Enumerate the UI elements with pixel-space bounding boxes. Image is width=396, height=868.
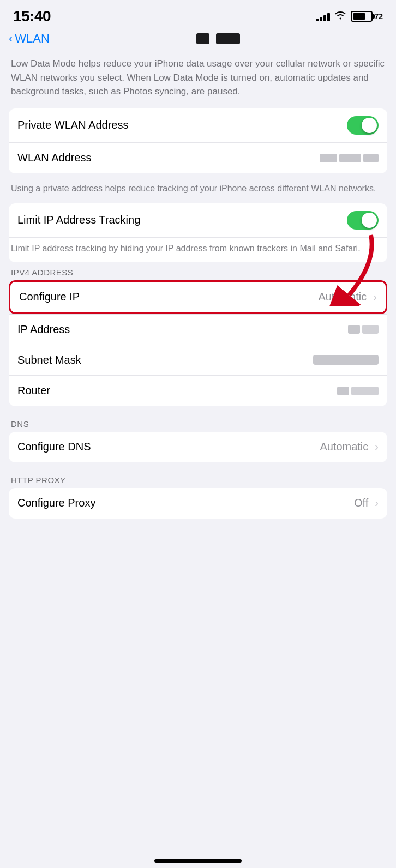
content-area: Low Data Mode helps reduce your iPhone d… (0, 51, 396, 519)
configure-proxy-value: Off (354, 497, 368, 509)
status-icons: 72 (316, 10, 383, 22)
nav-bar: ‹ WLAN (0, 29, 396, 51)
home-indicator (154, 859, 242, 863)
ip-address-label: IP Address (17, 323, 70, 336)
back-label: WLAN (15, 32, 50, 46)
subnet-mask-row: Subnet Mask (9, 345, 387, 376)
configure-dns-value: Automatic (320, 441, 368, 453)
subnet-mask-value (313, 355, 379, 365)
signal-bars-icon (316, 11, 330, 21)
configure-proxy-right: Off › (354, 497, 379, 509)
dns-section: DNS Configure DNS Automatic › (9, 419, 387, 462)
limit-ip-toggle[interactable] (347, 211, 379, 230)
limit-ip-label: Limit IP Address Tracking (17, 214, 140, 226)
back-chevron-icon: ‹ (9, 32, 13, 46)
limit-ip-toggle-knob (362, 213, 377, 228)
subnet-mask-label: Subnet Mask (17, 354, 81, 366)
wlan-address-label: WLAN Address (17, 152, 92, 164)
low-data-description: Low Data Mode helps reduce your iPhone d… (9, 51, 387, 108)
configure-dns-chevron-icon: › (375, 441, 379, 453)
private-wlan-toggle[interactable] (347, 116, 379, 135)
http-proxy-section-header: HTTP PROXY (9, 475, 387, 488)
router-value (337, 387, 379, 395)
ip-address-row: IP Address (9, 315, 387, 345)
configure-dns-label: Configure DNS (17, 441, 91, 453)
configure-proxy-label: Configure Proxy (17, 497, 95, 509)
router-label: Router (17, 384, 50, 397)
configure-proxy-row[interactable]: Configure Proxy Off › (9, 488, 387, 519)
configure-proxy-chevron-icon: › (375, 497, 379, 509)
configure-proxy-card: Configure Proxy Off › (9, 488, 387, 519)
dns-section-header: DNS (9, 419, 387, 432)
configure-dns-row[interactable]: Configure DNS Automatic › (9, 432, 387, 462)
status-time: 15:40 (13, 8, 51, 25)
toggle-knob (362, 118, 377, 133)
ipv4-details-card: IP Address Subnet Mask Router (9, 314, 387, 406)
configure-dns-card: Configure DNS Automatic › (9, 432, 387, 462)
back-button[interactable]: ‹ WLAN (9, 32, 50, 46)
configure-ip-label: Configure IP (19, 291, 80, 303)
private-wlan-card: Private WLAN Address WLAN Address (9, 108, 387, 173)
private-address-helper: Using a private address helps reduce tra… (9, 178, 387, 203)
wifi-icon (334, 10, 346, 22)
battery-level: 72 (374, 12, 383, 21)
private-wlan-label: Private WLAN Address (17, 119, 128, 131)
battery-icon: 72 (351, 11, 383, 22)
router-row: Router (9, 376, 387, 406)
nav-rect-1 (196, 33, 209, 44)
wlan-address-value (320, 154, 379, 162)
nav-center (50, 33, 387, 44)
status-bar: 15:40 72 (0, 0, 396, 29)
http-proxy-section: HTTP PROXY Configure Proxy Off › (9, 475, 387, 519)
wlan-address-row: WLAN Address (9, 143, 387, 173)
ip-address-value (348, 325, 379, 334)
private-wlan-row: Private WLAN Address (9, 108, 387, 143)
nav-rect-2 (216, 33, 240, 44)
configure-dns-right: Automatic › (320, 441, 379, 453)
